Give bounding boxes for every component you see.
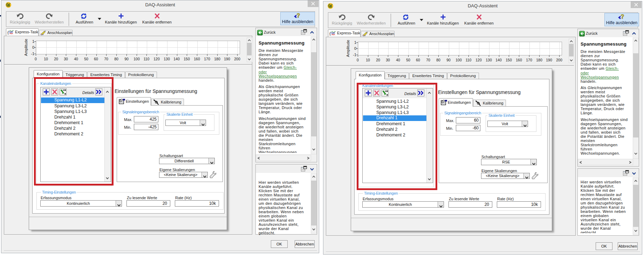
svg-text:{: { <box>7 30 9 35</box>
svg-text:?: ? <box>297 13 300 19</box>
svg-text:?: ? <box>621 14 624 20</box>
svg-text:{: { <box>329 31 331 36</box>
